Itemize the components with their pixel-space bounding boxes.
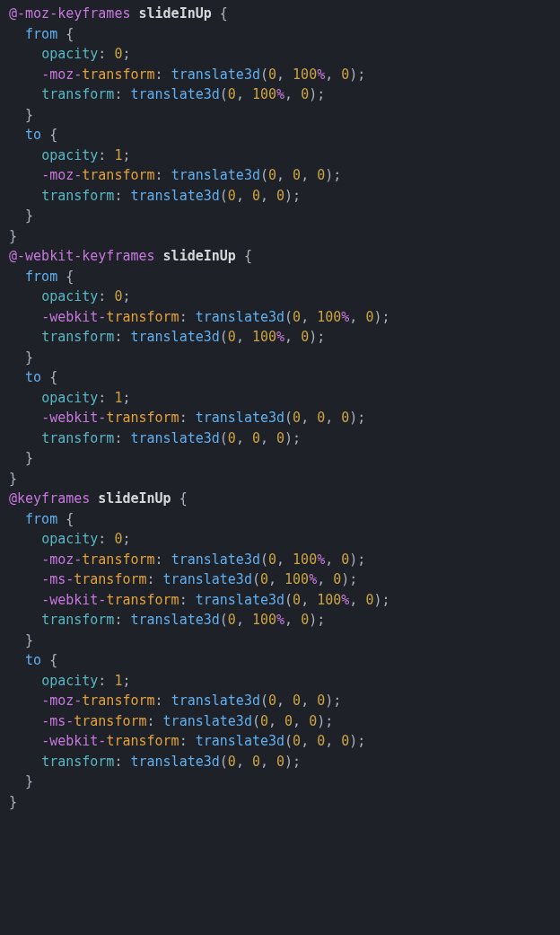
code-line[interactable]: opacity: 1; — [9, 146, 551, 166]
code-line[interactable]: opacity: 0; — [9, 287, 551, 307]
code-line[interactable]: opacity: 0; — [9, 529, 551, 550]
code-line[interactable]: -moz-transform: translate3d(0, 100%, 0); — [9, 65, 551, 85]
code-line[interactable]: to { — [9, 650, 551, 671]
code-line[interactable]: -moz-transform: translate3d(0, 0, 0); — [9, 691, 551, 711]
code-line[interactable]: } — [9, 448, 551, 469]
code-line[interactable]: opacity: 1; — [9, 388, 551, 409]
code-line[interactable]: } — [9, 469, 551, 490]
code-line[interactable]: transform: translate3d(0, 0, 0); — [9, 428, 551, 449]
code-line[interactable]: } — [9, 105, 551, 126]
code-line[interactable]: } — [9, 772, 551, 792]
code-line[interactable]: transform: translate3d(0, 0, 0); — [9, 186, 551, 207]
code-line[interactable]: } — [9, 226, 551, 247]
code-line[interactable]: transform: translate3d(0, 0, 0); — [9, 752, 551, 772]
code-line[interactable]: -webkit-transform: translate3d(0, 0, 0); — [9, 408, 551, 428]
code-line[interactable]: -moz-transform: translate3d(0, 100%, 0); — [9, 550, 551, 570]
code-line[interactable]: -webkit-transform: translate3d(0, 100%, … — [9, 590, 551, 611]
code-editor[interactable]: @-moz-keyframes slideInUp { from { opaci… — [0, 0, 560, 935]
code-line[interactable]: from { — [9, 267, 551, 287]
code-line[interactable]: @-webkit-keyframes slideInUp { — [9, 246, 551, 267]
code-line[interactable]: transform: translate3d(0, 100%, 0); — [9, 610, 551, 631]
code-line[interactable]: } — [9, 206, 551, 226]
code-line[interactable]: from { — [9, 24, 551, 45]
code-line[interactable]: -moz-transform: translate3d(0, 0, 0); — [9, 165, 551, 186]
code-line[interactable]: } — [9, 631, 551, 651]
code-line[interactable]: -webkit-transform: translate3d(0, 0, 0); — [9, 731, 551, 752]
code-line[interactable]: } — [9, 348, 551, 368]
code-line[interactable]: -webkit-transform: translate3d(0, 100%, … — [9, 307, 551, 328]
code-line[interactable]: -ms-transform: translate3d(0, 0, 0); — [9, 711, 551, 732]
code-line[interactable]: -ms-transform: translate3d(0, 100%, 0); — [9, 569, 551, 590]
code-line[interactable]: } — [9, 792, 551, 813]
code-line[interactable]: opacity: 0; — [9, 44, 551, 65]
code-line[interactable]: to { — [9, 125, 551, 146]
code-line[interactable]: transform: translate3d(0, 100%, 0); — [9, 84, 551, 105]
code-line[interactable]: to { — [9, 367, 551, 388]
code-line[interactable]: @keyframes slideInUp { — [9, 489, 551, 509]
code-line[interactable]: transform: translate3d(0, 100%, 0); — [9, 327, 551, 348]
code-line[interactable]: from { — [9, 509, 551, 530]
code-line[interactable]: @-moz-keyframes slideInUp { — [9, 4, 551, 24]
code-line[interactable]: opacity: 1; — [9, 671, 551, 692]
